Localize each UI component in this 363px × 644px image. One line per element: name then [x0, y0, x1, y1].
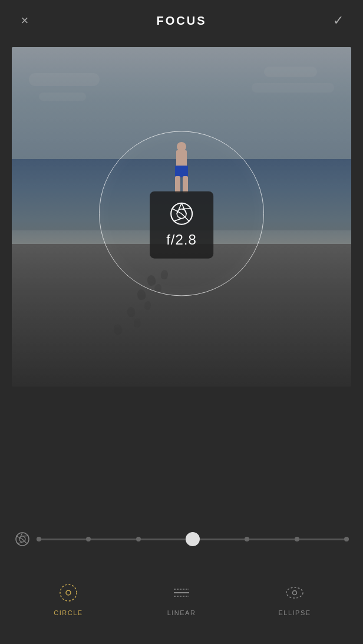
close-button[interactable]: ×: [14, 10, 35, 31]
slider-dot-6: [295, 537, 299, 541]
circle-mode-icon: [57, 581, 80, 605]
focus-value-overlay: f/2.8: [150, 191, 213, 259]
aperture-slider-row: [0, 514, 363, 559]
circle-tab-label: CIRCLE: [54, 609, 82, 616]
slider-aperture-icon: [14, 531, 31, 547]
person-leg-left: [175, 176, 180, 193]
mode-tab-bar: CIRCLE LINEAR: [0, 559, 363, 644]
confirm-button[interactable]: ✓: [328, 10, 349, 31]
slider-dot-3: [136, 537, 141, 541]
slider-dot-7: [344, 537, 349, 541]
ellipse-mode-icon: [283, 581, 306, 605]
slider-dots: [37, 532, 349, 546]
svg-line-11: [22, 536, 29, 537]
svg-line-5: [174, 219, 182, 222]
tab-circle[interactable]: CIRCLE: [12, 581, 125, 616]
slider-dot-2: [86, 537, 91, 541]
tab-linear[interactable]: LINEAR: [125, 581, 238, 616]
checkmark-icon: ✓: [333, 13, 344, 28]
person-leg-right: [183, 176, 188, 193]
linear-mode-icon: [170, 581, 193, 605]
app-header: × FOCUS ✓: [0, 0, 363, 41]
slider-dot-1: [37, 537, 41, 541]
svg-point-20: [286, 587, 303, 598]
svg-line-13: [18, 542, 23, 544]
person-shorts: [175, 166, 188, 177]
slider-dot-5: [245, 537, 249, 541]
page-title: FOCUS: [157, 14, 207, 28]
f-stop-display: f/2.8: [166, 232, 197, 248]
ellipse-tab-label: ELLIPSE: [278, 609, 311, 616]
svg-line-12: [22, 539, 27, 544]
svg-point-15: [60, 584, 77, 601]
svg-line-3: [182, 209, 191, 209]
aperture-slider[interactable]: [37, 539, 349, 540]
person-figure: [173, 142, 190, 195]
photo-canvas[interactable]: f/2.8: [12, 47, 351, 387]
person-torso: [176, 150, 187, 167]
controls-panel: CIRCLE LINEAR: [0, 514, 363, 644]
svg-point-16: [66, 590, 71, 595]
aperture-overlay-icon: [169, 201, 194, 227]
svg-point-21: [293, 591, 297, 595]
close-icon: ×: [21, 13, 29, 28]
tab-ellipse[interactable]: ELLIPSE: [238, 581, 351, 616]
svg-line-4: [182, 214, 189, 222]
linear-tab-label: LINEAR: [167, 609, 196, 616]
slider-dot-4-active: [186, 532, 200, 546]
